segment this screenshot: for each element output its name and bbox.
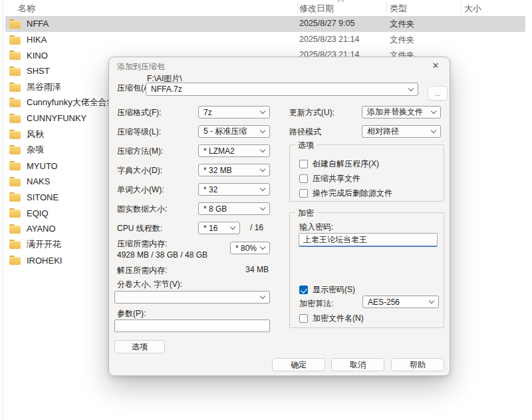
browse-button[interactable]: ...: [428, 86, 448, 101]
chevron-down-icon: [260, 186, 265, 191]
screen: { "explorer": { "columns": { "name": "名称…: [0, 0, 532, 420]
folder-icon: [9, 98, 21, 107]
file-name: 风秋: [27, 128, 44, 140]
column-header-date[interactable]: 修改日期: [299, 3, 334, 15]
dictionary-combo[interactable]: * 32 MB: [198, 164, 270, 176]
column-header-size[interactable]: 大小: [464, 3, 481, 15]
parameters-label: 参数(P):: [117, 308, 146, 319]
checkbox-row[interactable]: 操作完成后删除源文件: [299, 188, 392, 199]
folder-icon: [9, 208, 21, 218]
checkbox[interactable]: [299, 160, 308, 168]
file-date: 2025/8/27 9:05: [299, 19, 354, 28]
chevron-down-icon: [408, 85, 414, 91]
encrypt-names-label: 加密文件名(N): [313, 313, 364, 324]
folder-icon: [9, 224, 21, 234]
memory-usage-combo[interactable]: * 80%: [230, 242, 270, 254]
password-input[interactable]: 上老王论坛当老王: [299, 233, 438, 247]
close-icon[interactable]: ✕: [428, 59, 443, 71]
update-mode-combo[interactable]: 添加并替换文件: [362, 106, 441, 118]
column-separator[interactable]: [461, 2, 462, 13]
word-size-label: 单词大小(W):: [117, 184, 164, 196]
folder-icon: [9, 51, 21, 60]
file-row[interactable]: NFFA 2025/8/27 9:05 文件夹: [5, 16, 525, 32]
memory-decompress-label: 解压所需内存:: [117, 265, 167, 276]
chevron-down-icon: [260, 108, 265, 114]
encrypt-names-checkbox[interactable]: [299, 314, 308, 323]
solid-block-combo[interactable]: * 8 GB: [198, 202, 270, 215]
memory-compress-label: 压缩所需内存:: [117, 238, 167, 250]
options-button[interactable]: 选项: [114, 340, 165, 353]
checkbox-label: 创建自解压程序(X): [313, 158, 379, 170]
folder-icon: [9, 192, 21, 202]
checkbox-row[interactable]: 压缩共享文件: [299, 173, 360, 184]
chevron-down-icon: [429, 298, 434, 304]
cpu-threads-combo[interactable]: * 16: [198, 222, 240, 234]
method-combo[interactable]: * LZMA2: [198, 144, 270, 157]
file-name: 满开开花: [27, 238, 61, 250]
show-password-checkbox[interactable]: [299, 286, 308, 294]
chevron-down-icon: [260, 205, 265, 210]
column-separator[interactable]: [297, 2, 298, 13]
level-label: 压缩等级(L):: [117, 126, 161, 138]
word-size-combo[interactable]: * 32: [198, 183, 270, 196]
file-row[interactable]: HIKA 2025/8/23 21:14 文件夹: [5, 32, 525, 48]
memory-compress-detail: 4928 MB / 38 GB / 48 GB: [117, 250, 207, 260]
encrypt-names-row[interactable]: 加密文件名(N): [299, 313, 364, 324]
checkbox-label: 操作完成后删除源文件: [313, 188, 392, 199]
archive-name-combo[interactable]: NFFA.7z: [146, 83, 418, 96]
folder-icon: [9, 83, 21, 92]
encryption-method-label: 加密算法:: [299, 298, 333, 310]
column-header-bar: 名称 修改日期 类型 大小: [5, 0, 525, 15]
column-header-type[interactable]: 类型: [390, 3, 407, 15]
ok-button[interactable]: 确定: [272, 358, 325, 371]
solid-block-label: 固实数据大小:: [117, 204, 167, 215]
checkbox[interactable]: [299, 189, 308, 198]
show-password-row[interactable]: 显示密码(S): [299, 284, 355, 296]
chevron-down-icon: [260, 244, 265, 250]
encryption-method-combo[interactable]: AES-256: [362, 296, 439, 308]
file-name: IROHEKI: [27, 256, 62, 266]
memory-decompress-value: 34 MB: [245, 265, 269, 274]
help-button[interactable]: 帮助: [391, 358, 444, 371]
file-name: EQIQ: [27, 208, 49, 218]
file-type: 文件夹: [390, 35, 415, 46]
password-label: 输入密码:: [299, 222, 333, 233]
options-group: 选项 创建自解压程序(X) 压缩共享文件 操作完成后删除源文件: [289, 144, 444, 202]
file-name: MYUTO: [27, 161, 58, 171]
options-group-legend: 选项: [295, 140, 317, 151]
file-name: 黑谷雨泽: [27, 81, 61, 93]
format-combo[interactable]: 7z: [198, 106, 270, 118]
path-mode-label: 路径模式: [289, 126, 321, 138]
folder-icon: [9, 114, 21, 123]
file-date: 2025/8/23 21:14: [299, 35, 359, 44]
checkbox[interactable]: [299, 174, 308, 183]
dialog-title: 添加到压缩包: [117, 61, 165, 73]
file-name: HIKA: [27, 35, 47, 45]
path-mode-combo[interactable]: 相对路径: [362, 125, 441, 138]
chevron-down-icon: [260, 147, 265, 152]
folder-icon: [9, 19, 21, 29]
column-separator[interactable]: [386, 2, 387, 13]
folder-icon: [9, 67, 21, 76]
parameters-input[interactable]: [114, 319, 270, 332]
encryption-group: 加密 输入密码: 上老王论坛当老王 显示密码(S) 加密算法: AES-256 …: [289, 212, 444, 328]
file-name: SHST: [27, 66, 50, 76]
chevron-down-icon: [260, 166, 265, 172]
checkbox-row[interactable]: 创建自解压程序(X): [299, 158, 379, 170]
volume-size-label: 分卷大小, 字节(V):: [117, 279, 182, 290]
volume-size-combo[interactable]: [114, 291, 270, 304]
level-combo[interactable]: 5 - 标准压缩: [198, 125, 270, 138]
file-name: 杂项: [27, 144, 44, 156]
cancel-button[interactable]: 取消: [331, 358, 384, 371]
file-name: NFFA: [27, 19, 49, 29]
encryption-group-legend: 加密: [295, 208, 317, 219]
cpu-threads-label: CPU 线程数:: [117, 223, 162, 234]
file-name: NAKS: [27, 176, 50, 186]
dictionary-label: 字典大小(D):: [117, 165, 162, 176]
sort-ascending-icon: [338, 0, 343, 3]
folder-icon: [9, 240, 21, 249]
column-header-name[interactable]: 名称: [18, 3, 35, 15]
file-name: KINO: [27, 51, 48, 61]
folder-icon: [9, 145, 21, 154]
show-password-label: 显示密码(S): [313, 284, 355, 296]
